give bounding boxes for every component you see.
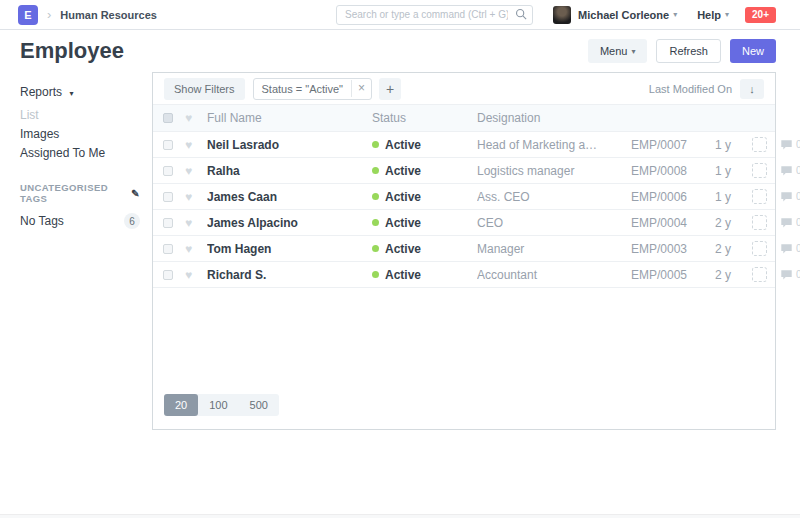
- sidebar-item-list[interactable]: List: [20, 108, 140, 122]
- list-empty-space: [153, 288, 775, 385]
- menu-button[interactable]: Menu ▾: [588, 39, 648, 63]
- page-size-100[interactable]: 100: [198, 394, 238, 416]
- select-all-checkbox[interactable]: [163, 113, 173, 123]
- new-button-label: New: [742, 45, 764, 57]
- last-modified-ago: 1 y: [697, 164, 731, 178]
- edit-pencil-icon[interactable]: ✎: [131, 188, 140, 199]
- help-menu[interactable]: Help ▾: [697, 9, 729, 21]
- assign-placeholder[interactable]: [752, 189, 767, 204]
- sort-direction-button[interactable]: ↓: [740, 79, 764, 99]
- employee-name-link[interactable]: Tom Hagen: [207, 242, 372, 256]
- tags-section-label: UNCATEGORISED TAGS: [20, 182, 125, 204]
- like-heart-icon[interactable]: ♥: [185, 191, 207, 203]
- comment-count-value: 0: [796, 217, 800, 228]
- page-size-group: 20 100 500: [164, 394, 279, 416]
- table-row[interactable]: ♥ Richard S. Active Accountant EMP/0005 …: [153, 262, 775, 288]
- like-heart-icon[interactable]: ♥: [185, 165, 207, 177]
- column-designation: Designation: [477, 111, 627, 125]
- global-search: [336, 4, 533, 25]
- employee-id: EMP/0003: [627, 242, 687, 256]
- search-input[interactable]: [336, 5, 533, 25]
- assign-placeholder[interactable]: [752, 215, 767, 230]
- breadcrumb[interactable]: Human Resources: [60, 9, 157, 21]
- sidebar-item-no-tags[interactable]: No Tags 6: [20, 213, 140, 229]
- comment-icon: [780, 139, 793, 151]
- status-label: Active: [385, 190, 421, 204]
- employee-list: Show Filters Status = "Active" × + Last …: [152, 72, 776, 430]
- row-checkbox[interactable]: [163, 166, 173, 176]
- table-row[interactable]: ♥ Ralha Active Logistics manager EMP/000…: [153, 158, 775, 184]
- comment-count-value: 0: [796, 243, 800, 254]
- sidebar-item-assigned-to-me[interactable]: Assigned To Me: [20, 146, 140, 160]
- app-logo[interactable]: E: [18, 5, 38, 25]
- refresh-button-label: Refresh: [669, 45, 708, 57]
- sidebar-item-reports[interactable]: Reports ▾: [20, 85, 140, 101]
- assign-placeholder[interactable]: [752, 137, 767, 152]
- chevron-down-icon: ▾: [631, 47, 635, 56]
- comment-count: 0: [780, 139, 800, 151]
- show-filters-button[interactable]: Show Filters: [164, 78, 245, 100]
- row-checkbox[interactable]: [163, 244, 173, 254]
- assign-placeholder[interactable]: [752, 241, 767, 256]
- status-active-dot-icon: [372, 219, 379, 226]
- designation-cell: Manager: [477, 242, 627, 256]
- designation-cell: Accountant: [477, 268, 627, 282]
- status-active-dot-icon: [372, 193, 379, 200]
- employee-id: EMP/0007: [627, 138, 687, 152]
- remove-filter-icon[interactable]: ×: [351, 80, 371, 97]
- filter-bar: Show Filters Status = "Active" × + Last …: [153, 73, 775, 105]
- assign-placeholder[interactable]: [752, 267, 767, 282]
- add-filter-button[interactable]: +: [379, 78, 401, 100]
- row-checkbox[interactable]: [163, 270, 173, 280]
- comment-icon: [780, 243, 793, 255]
- row-checkbox[interactable]: [163, 192, 173, 202]
- active-filter-tag: Status = "Active" ×: [253, 78, 373, 100]
- sort-by-label[interactable]: Last Modified On: [649, 83, 732, 95]
- chevron-down-icon: ▾: [69, 89, 73, 98]
- assign-placeholder[interactable]: [752, 163, 767, 178]
- help-label: Help: [697, 9, 721, 21]
- sidebar-item-images[interactable]: Images: [20, 127, 140, 141]
- column-status: Status: [372, 111, 477, 125]
- refresh-button[interactable]: Refresh: [656, 39, 721, 63]
- user-name: Michael Corleone: [578, 9, 669, 21]
- designation-cell: Ass. CEO: [477, 190, 627, 204]
- table-row[interactable]: ♥ Tom Hagen Active Manager EMP/0003 2 y …: [153, 236, 775, 262]
- employee-name-link[interactable]: Neil Lasrado: [207, 138, 372, 152]
- page-actions: Menu ▾ Refresh New: [588, 39, 776, 63]
- filter-tag-label[interactable]: Status = "Active": [254, 79, 352, 99]
- designation-cell: Logistics manager: [477, 164, 627, 178]
- employee-name-link[interactable]: Richard S.: [207, 268, 372, 282]
- no-tags-count-badge: 6: [124, 213, 140, 229]
- breadcrumb-chevron-icon: ›: [47, 8, 51, 21]
- page-size-20[interactable]: 20: [164, 394, 198, 416]
- comment-count: 0: [780, 243, 800, 255]
- column-status-label: Status: [372, 111, 406, 125]
- employee-id: EMP/0005: [627, 268, 687, 282]
- employee-id: EMP/0008: [627, 164, 687, 178]
- user-menu[interactable]: Michael Corleone ▾: [553, 6, 677, 24]
- status-label: Active: [385, 138, 421, 152]
- like-heart-icon[interactable]: ♥: [185, 217, 207, 229]
- employee-name-link[interactable]: James Caan: [207, 190, 372, 204]
- status-active-dot-icon: [372, 271, 379, 278]
- table-row[interactable]: ♥ James Caan Active Ass. CEO EMP/0006 1 …: [153, 184, 775, 210]
- comment-count-value: 0: [796, 165, 800, 176]
- new-button[interactable]: New: [730, 39, 776, 63]
- like-heart-icon[interactable]: ♥: [185, 243, 207, 255]
- employee-name-link[interactable]: James Alpacino: [207, 216, 372, 230]
- reports-label: Reports: [20, 85, 62, 99]
- row-checkbox[interactable]: [163, 218, 173, 228]
- pagination: 20 100 500: [153, 385, 775, 429]
- table-row[interactable]: ♥ James Alpacino Active CEO EMP/0004 2 y…: [153, 210, 775, 236]
- table-row[interactable]: ♥ Neil Lasrado Active Head of Marketing …: [153, 132, 775, 158]
- status-active-dot-icon: [372, 245, 379, 252]
- last-modified-ago: 2 y: [697, 268, 731, 282]
- like-heart-icon[interactable]: ♥: [185, 269, 207, 281]
- row-checkbox[interactable]: [163, 140, 173, 150]
- like-heart-icon[interactable]: ♥: [185, 139, 207, 151]
- employee-name-link[interactable]: Ralha: [207, 164, 372, 178]
- status-label: Active: [385, 268, 421, 282]
- notifications-badge[interactable]: 20+: [745, 7, 776, 23]
- page-size-500[interactable]: 500: [239, 394, 279, 416]
